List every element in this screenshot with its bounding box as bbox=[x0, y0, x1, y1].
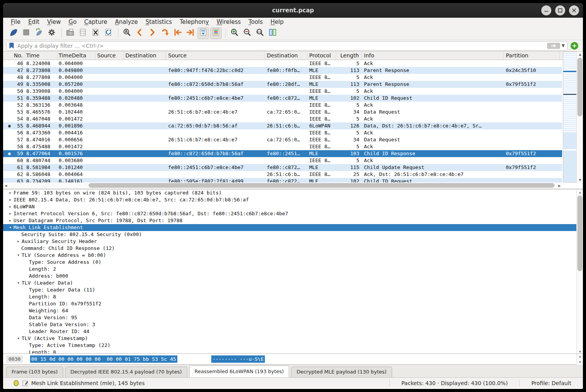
packet-list-vscroll-thumb[interactable] bbox=[578, 58, 582, 116]
packet-row-47[interactable]: 478.2738080.049800fe80::947f:f476:22bc:c… bbox=[3, 67, 562, 74]
packet-row-50[interactable]: 508.3390080.004000IEEE 8…5Ack bbox=[3, 88, 562, 95]
detail-line-0[interactable]: ▸Frame 59: 103 bytes on wire (824 bits),… bbox=[3, 189, 583, 196]
go-last-button[interactable] bbox=[185, 27, 196, 39]
menu-edit[interactable]: Edit bbox=[24, 18, 43, 26]
detail-line-2[interactable]: ▸6LoWPAN bbox=[3, 203, 583, 210]
scroll-down-arrow[interactable]: ▼ bbox=[577, 177, 583, 183]
zoom-in-button[interactable] bbox=[229, 27, 240, 39]
detail-line-22[interactable]: Type: Active Timestamp (22) bbox=[3, 342, 583, 349]
detail-line-20[interactable]: Leader Router ID: 44 bbox=[3, 328, 583, 335]
add-filter-button[interactable]: + bbox=[571, 42, 578, 50]
detail-line-23[interactable]: Length: 8 bbox=[3, 349, 583, 353]
packet-row-56[interactable]: 568.4733600.004416IEEE 8…5Ack bbox=[3, 129, 562, 136]
scroll-left-arrow[interactable]: ◀ bbox=[3, 183, 8, 189]
close-button[interactable] bbox=[569, 5, 579, 15]
column-header-destination[interactable]: Destination bbox=[265, 52, 308, 60]
byte-tab-reassembled[interactable]: Reassembled 6LoWPAN (193 bytes) bbox=[189, 365, 290, 377]
detail-line-10[interactable]: Type: Source Address (0) bbox=[3, 259, 583, 266]
detail-line-3[interactable]: ▸Internet Protocol Version 6, Src: fe80:… bbox=[3, 210, 583, 217]
menu-capture[interactable]: Capture bbox=[81, 18, 111, 26]
detail-line-15[interactable]: Length: 8 bbox=[3, 293, 583, 300]
go-forward-button[interactable] bbox=[146, 27, 158, 39]
column-header-timedelta[interactable]: TimeDelta bbox=[58, 52, 95, 60]
detail-line-17[interactable]: Weighting: 64 bbox=[3, 307, 583, 314]
scroll-right-arrow[interactable]: ▶ bbox=[557, 183, 562, 189]
detail-line-18[interactable]: Data Version: 95 bbox=[3, 314, 583, 321]
title-bar[interactable]: current.pcap bbox=[3, 3, 583, 18]
capture-comment-icon[interactable] bbox=[22, 380, 28, 386]
close-file-button[interactable] bbox=[90, 27, 101, 39]
expanded-arrow-icon[interactable]: ▾ bbox=[15, 335, 22, 342]
packet-row-52[interactable]: 528.3631360.003648IEEE 8…5Ack bbox=[3, 102, 562, 109]
expanded-arrow-icon[interactable]: ▾ bbox=[15, 280, 22, 286]
filter-dropdown-icon[interactable]: ▼ bbox=[562, 43, 565, 48]
collapsed-arrow-icon[interactable]: ▸ bbox=[7, 217, 13, 224]
start-capture-button[interactable] bbox=[8, 27, 19, 39]
menu-view[interactable]: View bbox=[43, 18, 65, 26]
detail-line-7[interactable]: ▸Auxiliary Security Header bbox=[3, 238, 583, 245]
scroll-down-arrow[interactable]: ▼ bbox=[577, 349, 583, 353]
collapsed-arrow-icon[interactable]: ▸ bbox=[7, 203, 13, 210]
detail-line-14[interactable]: Type: Leader Data (11) bbox=[3, 286, 583, 293]
filter-bookmark-icon[interactable] bbox=[9, 42, 14, 49]
column-header-destination[interactable]: Destination bbox=[123, 52, 166, 60]
find-packet-button[interactable]: A bbox=[121, 27, 133, 39]
column-header-length[interactable]: Length bbox=[336, 52, 362, 60]
column-header-source[interactable]: Source bbox=[166, 52, 265, 60]
profile-status[interactable]: Profile: Default bbox=[519, 380, 583, 386]
menu-telephony[interactable]: Telephony bbox=[176, 18, 213, 26]
column-header-no[interactable]: No. bbox=[3, 52, 25, 60]
column-header-protocol[interactable]: Protocol bbox=[308, 52, 336, 60]
detail-line-8[interactable]: Command: Child ID Response (12) bbox=[3, 245, 583, 252]
packet-row-51[interactable]: 518.3594880.020480fe80::2451:c6b7:e8ce:4… bbox=[3, 95, 562, 102]
minimize-button[interactable] bbox=[541, 5, 551, 15]
details-vscrollbar[interactable]: ▲ ▼ bbox=[576, 189, 583, 353]
packet-row-61[interactable]: 618.5819840.101240fe80::2451:c6b7:e8ce:4… bbox=[3, 164, 562, 171]
menu-file[interactable]: File bbox=[7, 18, 24, 26]
hex-ascii-selected[interactable]: ········ ···u·S\E bbox=[211, 355, 265, 363]
restart-capture-button[interactable] bbox=[33, 27, 45, 39]
zoom-original-button[interactable]: 1:1 bbox=[254, 27, 266, 39]
scroll-up-arrow[interactable]: ▲ bbox=[577, 354, 583, 359]
column-header-time[interactable]: Time bbox=[25, 52, 58, 60]
expanded-arrow-icon[interactable]: ▾ bbox=[7, 224, 13, 231]
menu-tools[interactable]: Tools bbox=[245, 18, 267, 26]
packet-row-63[interactable]: 638.7342090.148161fe80::505e:f807:7f81:4… bbox=[3, 178, 562, 183]
menu-wireless[interactable]: Wireless bbox=[213, 18, 245, 26]
capture-options-button[interactable] bbox=[46, 27, 57, 39]
menu-go[interactable]: Go bbox=[65, 18, 81, 26]
packet-row-60[interactable]: 608.4807440.003680IEEE 8…5Ack bbox=[3, 157, 562, 164]
resize-columns-button[interactable] bbox=[267, 27, 278, 39]
colorize-packets-button[interactable] bbox=[210, 27, 222, 39]
detail-line-4[interactable]: ▸User Datagram Protocol, Src Port: 19788… bbox=[3, 217, 583, 224]
byte-tab-decrypted[interactable]: Decrypted MLE payload (130 bytes) bbox=[291, 367, 392, 377]
byte-tab-frame[interactable]: Frame (103 bytes) bbox=[6, 367, 63, 377]
collapsed-arrow-icon[interactable]: ▸ bbox=[7, 210, 13, 217]
go-back-button[interactable] bbox=[134, 27, 145, 39]
detail-line-12[interactable]: Address: b000 bbox=[3, 273, 583, 280]
packet-row-57[interactable]: 578.4740160.00065626:51:c6:b7:e8:ce:4b:e… bbox=[3, 136, 562, 143]
packet-row-46[interactable]: 468.2240080.004000IEEE 8…5Ack bbox=[3, 60, 562, 67]
menu-analyze[interactable]: Analyze bbox=[111, 18, 141, 26]
go-to-packet-button[interactable] bbox=[159, 27, 171, 39]
scroll-down-arrow[interactable]: ▼ bbox=[577, 360, 583, 365]
scroll-up-arrow[interactable]: ▲ bbox=[577, 189, 583, 195]
maximize-button[interactable] bbox=[555, 5, 565, 15]
column-header-source[interactable]: Source bbox=[95, 52, 123, 60]
detail-line-9[interactable]: ▾TLV (Source Address = b0:00) bbox=[3, 252, 583, 259]
collapsed-arrow-icon[interactable]: ▸ bbox=[7, 196, 13, 203]
hex-bytes-selected[interactable]: 00 15 0d 00 00 00 00 00 00 00 01 75 bb 5… bbox=[30, 355, 177, 363]
detail-line-19[interactable]: Stable Data Version: 3 bbox=[3, 321, 583, 328]
intelligent-scrollbar-minimap[interactable] bbox=[563, 52, 577, 183]
details-vscroll-thumb[interactable] bbox=[578, 196, 582, 271]
packet-row-58[interactable]: 588.4754880.001472IEEE 8…5Ack bbox=[3, 143, 562, 150]
auto-scroll-button[interactable] bbox=[197, 27, 209, 39]
byte-tab-decrypted[interactable]: Decrypted IEEE 802.15.4 payload (70 byte… bbox=[65, 367, 187, 377]
save-file-button[interactable]: 01010110 bbox=[77, 27, 89, 39]
stop-capture-button[interactable] bbox=[20, 27, 32, 39]
detail-line-21[interactable]: ▾TLV (Active Timestamp) bbox=[3, 335, 583, 342]
packet-list-vscrollbar[interactable]: ▲ ▼ bbox=[576, 52, 583, 183]
packet-list-hscroll-thumb[interactable] bbox=[89, 183, 554, 188]
menu-statistics[interactable]: Statistics bbox=[141, 18, 176, 26]
bytes-vscrollbar[interactable]: ▲ ▼ bbox=[576, 354, 583, 365]
